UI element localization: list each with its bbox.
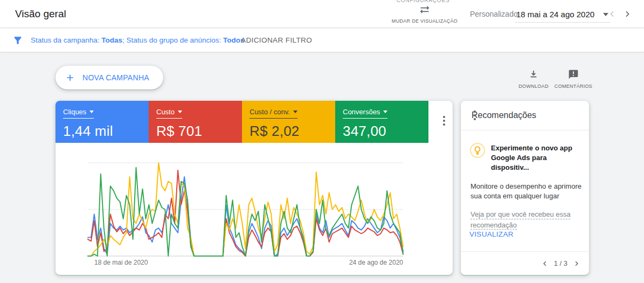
new-campaign-button[interactable]: NOVA CAMPANHA bbox=[56, 66, 163, 89]
comments-button[interactable]: COMENTÁRIOS bbox=[551, 69, 596, 89]
performance-chart bbox=[88, 162, 403, 257]
scorecard-value: 1,44 mil bbox=[63, 123, 141, 140]
scorecard-row: Cliques 1,44 mil Custo R$ 701 Custo / co… bbox=[56, 101, 453, 143]
recommendations-pagination: 1 / 3 bbox=[461, 251, 589, 275]
lightbulb-icon bbox=[469, 142, 486, 158]
pagination-counter: 1 / 3 bbox=[554, 259, 567, 267]
filter-bar: Status da campanha: Todas; Status do gru… bbox=[0, 29, 644, 52]
page-title: Visão geral bbox=[15, 8, 66, 20]
overview-chart-svg bbox=[88, 162, 403, 257]
download-button[interactable]: DOWNLOAD bbox=[511, 69, 556, 89]
chevron-down-icon bbox=[89, 111, 94, 113]
change-view-button[interactable]: MUDAR DE VISUALIZAÇÃO bbox=[389, 4, 460, 24]
scorecard-cliques: Cliques 1,44 mil bbox=[56, 101, 149, 143]
recommendations-title: Recomendações bbox=[472, 111, 536, 120]
swap-view-icon bbox=[419, 8, 430, 17]
pagination-next-icon[interactable] bbox=[572, 259, 581, 268]
campaign-status-filter[interactable]: Status da campanha: Todas; Status do gru… bbox=[31, 36, 245, 44]
date-range-picker[interactable]: 18 mai a 24 ago 2020 bbox=[515, 6, 611, 23]
scorecard-custo: Custo R$ 701 bbox=[149, 101, 242, 143]
date-range-value: 18 mai a 24 ago 2020 bbox=[516, 10, 594, 19]
recommendation-item-body: Monitore o desempenho e aprimore sua con… bbox=[470, 182, 583, 202]
scorecard-metric-selector[interactable]: Conversões bbox=[343, 108, 387, 119]
x-axis-end-label: 24 de ago de 2020 bbox=[349, 259, 403, 266]
comment-icon bbox=[568, 69, 579, 80]
change-view-label: MUDAR DE VISUALIZAÇÃO bbox=[389, 18, 460, 24]
plus-icon bbox=[65, 73, 75, 82]
scorecard-metric-selector[interactable]: Custo bbox=[156, 108, 182, 119]
x-axis-start-label: 18 de mai de 2020 bbox=[94, 259, 148, 266]
recommendations-overflow-menu-icon[interactable] bbox=[472, 108, 478, 122]
chevron-down-icon bbox=[178, 111, 182, 113]
top-header: Visão geral CONFIGURAÇÕES MUDAR DE VISUA… bbox=[0, 0, 644, 28]
configuracoes-cut-label: CONFIGURAÇÕES bbox=[377, 0, 469, 4]
recommendation-item: Experimente o novo app Google Ads para d… bbox=[461, 130, 589, 230]
download-icon bbox=[528, 69, 539, 80]
date-next-button[interactable] bbox=[622, 9, 633, 19]
date-range-type[interactable]: Personalizado bbox=[470, 10, 518, 18]
comments-label: COMENTÁRIOS bbox=[551, 84, 596, 89]
view-recommendation-button[interactable]: VISUALIZAR bbox=[469, 230, 514, 238]
chart-x-axis: 18 de mai de 2020 24 de ago de 2020 bbox=[88, 259, 403, 266]
scorecard-value: 347,00 bbox=[343, 123, 421, 140]
scorecard-metric-selector[interactable]: Cliques bbox=[63, 108, 94, 119]
download-label: DOWNLOAD bbox=[511, 84, 556, 89]
chevron-down-icon bbox=[383, 111, 387, 113]
chevron-down-icon bbox=[293, 111, 297, 113]
pagination-prev-icon[interactable] bbox=[540, 259, 550, 268]
chart-overflow-menu-icon[interactable] bbox=[441, 114, 447, 128]
recommendations-header: Recomendações bbox=[461, 101, 589, 130]
date-prev-button[interactable] bbox=[607, 9, 618, 19]
recommendation-reason-link[interactable]: Veja por que você recebeu essa recomenda… bbox=[470, 209, 578, 230]
scorecard-value: R$ 2,02 bbox=[250, 123, 328, 140]
filter-icon bbox=[12, 35, 23, 46]
scorecard-custo-conv: Custo / conv. R$ 2,02 bbox=[242, 101, 335, 143]
scorecard-value: R$ 701 bbox=[156, 123, 234, 140]
scorecard-conversoes: Conversões 347,00 bbox=[335, 101, 428, 143]
recommendations-card: Recomendações Experimente o novo app Goo… bbox=[461, 101, 589, 275]
add-filter-button[interactable]: ADICIONAR FILTRO bbox=[241, 36, 312, 44]
recommendation-item-title: Experimente o novo app Google Ads para d… bbox=[491, 142, 580, 173]
scorecard-metric-selector[interactable]: Custo / conv. bbox=[250, 108, 297, 119]
overview-chart-card: Cliques 1,44 mil Custo R$ 701 Custo / co… bbox=[56, 101, 453, 275]
